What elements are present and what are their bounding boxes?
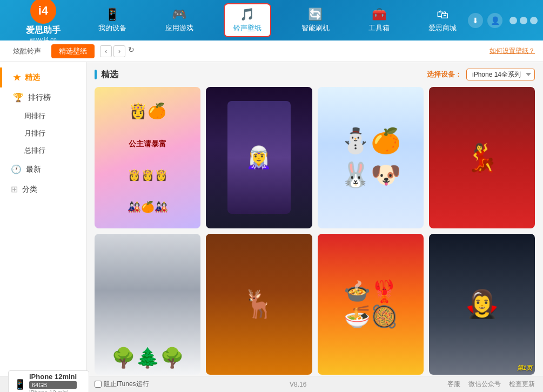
device-name: iPhone 12mini [29,373,77,381]
device-icon: 📱 [105,8,119,22]
games-icon: 🎮 [172,8,186,22]
device-info: 📱 iPhone 12mini 64GB iPhone 12 mini [8,370,89,392]
phone-icon: 📱 [14,379,26,390]
nav-shop-label: 爱思商城 [428,23,457,33]
nav-icons: 📱 我的设备 🎮 应用游戏 🎵 铃声壁纸 🔄 智能刷机 🧰 工具箱 🛍 爱思商城 [86,3,468,37]
minimize-button[interactable] [510,17,517,24]
help-link[interactable]: 如何设置壁纸？ [490,46,535,56]
main-content: ★ 精选 🏆 排行榜 周排行 月排行 总排行 🕐 最新 ⊞ 分类 精选 选择设备… [0,62,543,376]
wallpaper-item-6[interactable]: 🦌 [206,234,312,375]
toolbox-icon: 🧰 [372,8,386,22]
sidebar-item-weekly-rank[interactable]: 周排行 [0,107,86,125]
nav-app-games-label: 应用游戏 [165,23,193,33]
nav-arrows: ‹ › [100,45,125,57]
sidebar-newest-label: 最新 [26,165,41,174]
grid-icon: ⊞ [11,184,18,194]
wallpaper-item-3[interactable]: ⛄🍊🐰🐶 [318,87,424,228]
device-select[interactable]: iPhone 14全系列 iPhone 13全系列 iPhone 12全系列 i… [466,69,535,80]
ringtone-icon: 🎵 [240,8,254,22]
content-panel: 精选 选择设备： iPhone 14全系列 iPhone 13全系列 iPhon… [86,62,543,376]
device-storage: 64GB [29,381,77,389]
logo-area: i4 爱思助手 www.i4.cn [0,0,86,47]
sidebar-ranking-label: 排行榜 [28,93,51,103]
wallpaper-item-5[interactable]: 🌳🌲🌳 [95,234,200,375]
device-selector: 选择设备： iPhone 14全系列 iPhone 13全系列 iPhone 1… [427,69,535,80]
window-buttons [510,17,538,24]
download-button[interactable]: ⬇ [468,13,483,28]
itunes-label: 阻止iTunes运行 [104,380,149,389]
refresh-button[interactable]: ↻ [128,45,140,57]
device-model: iPhone 12 mini [29,389,77,392]
forward-button[interactable]: › [113,45,125,57]
wallpaper-item-1[interactable]: 👸🍊 公主请暴富 👸👸👸 🎎🍊🎎 [95,87,200,228]
app-name: 爱思助手 [26,25,61,36]
section-title: 精选 [95,69,118,80]
sidebar-category-label: 分类 [22,185,37,194]
sidebar-item-monthly-rank[interactable]: 月排行 [0,125,86,142]
trophy-icon: 🏆 [13,92,24,103]
user-button[interactable]: 👤 [487,13,502,28]
title-bar: i4 爱思助手 www.i4.cn 📱 我的设备 🎮 应用游戏 🎵 铃声壁纸 🔄… [0,0,543,40]
shop-icon: 🛍 [437,8,448,22]
nav-toolbox-label: 工具箱 [368,23,390,33]
nav-ringtone-wallpaper-label: 铃声壁纸 [233,23,262,33]
itunes-checkbox[interactable] [95,381,102,388]
nav-app-games[interactable]: 🎮 应用游戏 [157,4,202,36]
star-icon: ★ [13,72,21,83]
title-controls: ⬇ 👤 [468,13,543,28]
device-selector-label: 选择设备： [427,70,462,79]
clock-icon: 🕐 [11,164,22,174]
sidebar-item-newest[interactable]: 🕐 最新 [0,159,86,179]
version-info: V8.16 [160,381,437,388]
sidebar-item-category[interactable]: ⊞ 分类 [0,179,86,199]
back-button[interactable]: ‹ [100,45,112,57]
sidebar-item-featured[interactable]: ★ 精选 [0,67,86,87]
nav-ringtone-wallpaper[interactable]: 🎵 铃声壁纸 [224,3,271,37]
link-update[interactable]: 检查更新 [509,380,535,389]
wallpaper-item-2[interactable]: 🧝‍♀️ [206,87,312,228]
sidebar-featured-label: 精选 [25,73,40,83]
sidebar-item-total-rank[interactable]: 总排行 [0,142,86,159]
nav-smart-flash[interactable]: 🔄 智能刷机 [293,4,338,36]
logo-icon: i4 [30,0,56,24]
nav-smart-flash-label: 智能刷机 [301,23,330,33]
sub-header: 炫酷铃声 精选壁纸 ‹ › ↻ 如何设置壁纸？ [0,40,543,62]
nav-my-device[interactable]: 📱 我的设备 [90,4,135,36]
watermark-text: 第1页 [517,364,532,372]
sidebar: ★ 精选 🏆 排行榜 周排行 月排行 总排行 🕐 最新 ⊞ 分类 [0,62,86,376]
close-button[interactable] [530,17,538,24]
flash-icon: 🔄 [308,8,323,22]
bottom-links: 客服 微信公众号 检查更新 [447,380,535,389]
content-header: 精选 选择设备： iPhone 14全系列 iPhone 13全系列 iPhon… [95,69,535,80]
nav-my-device-label: 我的设备 [98,23,126,33]
nav-toolbox[interactable]: 🧰 工具箱 [360,4,398,36]
wallpaper-item-4[interactable]: 💃 [429,87,535,228]
wallpaper-item-7[interactable]: 🍲🦞🍜🥘 [318,234,424,375]
tab-wallpaper[interactable]: 精选壁纸 [51,44,95,58]
link-wechat[interactable]: 微信公众号 [468,380,501,389]
itunes-check: 阻止iTunes运行 [95,380,149,389]
sidebar-item-ranking[interactable]: 🏆 排行榜 [0,87,86,107]
maximize-button[interactable] [520,17,527,24]
wallpaper-grid: 👸🍊 公主请暴富 👸👸👸 🎎🍊🎎 🧝‍♀️ ⛄🍊🐰🐶 💃 [95,87,535,375]
device-box: iPhone 12mini 64GB iPhone 12 mini [29,373,77,392]
status-bar: 📱 iPhone 12mini 64GB iPhone 12 mini 阻止iT… [0,376,543,392]
tab-ringtone[interactable]: 炫酷铃声 [5,44,49,58]
nav-shop[interactable]: 🛍 爱思商城 [420,4,465,36]
wallpaper-item-8[interactable]: 🧛‍♀️ 第1页 [429,234,535,375]
link-support[interactable]: 客服 [447,380,460,389]
